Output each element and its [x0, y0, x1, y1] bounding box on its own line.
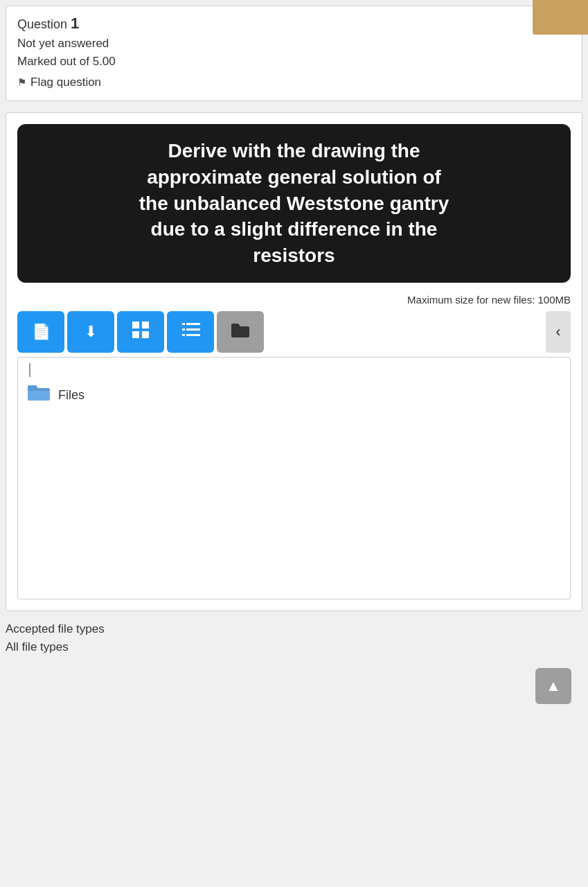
file-toolbar: 📄 ⬇ [17, 311, 571, 353]
grid-view-button[interactable] [117, 311, 164, 353]
question-line2: approximate general solution of [147, 166, 441, 188]
svg-rect-0 [132, 322, 139, 328]
question-line5: resistors [253, 245, 335, 266]
svg-rect-3 [142, 331, 149, 338]
question-overlay: Derive with the drawing the approximate … [17, 124, 571, 283]
question-status: Not yet answered [17, 37, 571, 51]
folder-name: Files [58, 388, 84, 403]
scroll-top-button[interactable]: ▲ [535, 668, 571, 704]
question-content: Derive with the drawing the approximate … [6, 112, 582, 611]
flag-question-button[interactable]: ⚑ Flag question [17, 76, 571, 89]
question-line3: the unbalanced Weststone gantry [139, 193, 449, 214]
folder-row[interactable]: Files [24, 378, 564, 412]
list-icon [181, 322, 200, 342]
max-size-text: Maximum size for new files: 100MB [17, 294, 571, 306]
chevron-left-icon: ‹ [555, 323, 560, 341]
chevron-up-icon: ▲ [546, 677, 561, 695]
tree-line [29, 363, 30, 377]
question-marked: Marked out of 5.00 [17, 55, 571, 69]
all-file-types: All file types [6, 640, 582, 654]
download-icon: ⬇ [84, 323, 97, 341]
question-line4: due to a slight difference in the [151, 218, 438, 240]
question-label: Question [17, 17, 67, 31]
grid-icon [131, 320, 150, 344]
list-view-button[interactable] [167, 311, 214, 353]
svg-rect-5 [182, 323, 185, 325]
accepted-types-label: Accepted file types [6, 622, 582, 636]
file-browser: Files [17, 357, 571, 599]
question-num: 1 [71, 15, 79, 32]
svg-rect-6 [186, 328, 200, 331]
folder-open-icon [26, 383, 51, 408]
question-number: Question 1 [17, 15, 571, 33]
svg-rect-8 [186, 334, 200, 336]
flag-label: Flag question [30, 76, 101, 89]
nav-back-button[interactable]: ‹ [546, 311, 571, 353]
download-button[interactable]: ⬇ [67, 311, 114, 353]
flag-icon: ⚑ [17, 76, 26, 89]
svg-rect-9 [182, 334, 185, 336]
new-file-icon: 📄 [32, 323, 51, 341]
folder-button[interactable] [217, 311, 264, 353]
svg-rect-2 [132, 331, 139, 338]
svg-rect-1 [142, 322, 149, 328]
question-text: Derive with the drawing the approximate … [34, 138, 554, 269]
top-thumbnail [533, 0, 588, 35]
question-card: Question 1 Not yet answered Marked out o… [6, 6, 582, 101]
svg-rect-7 [182, 328, 185, 331]
svg-rect-4 [186, 323, 200, 325]
folder-icon [230, 321, 251, 343]
question-line1: Derive with the drawing the [168, 140, 420, 161]
bottom-section: Accepted file types All file types ▲ [6, 622, 582, 715]
new-file-button[interactable]: 📄 [17, 311, 64, 353]
